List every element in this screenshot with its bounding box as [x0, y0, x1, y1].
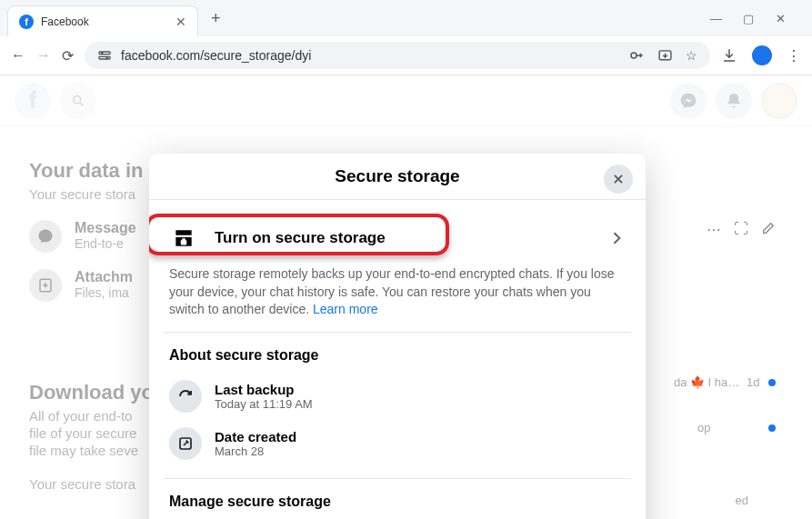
bg-sub-2c: file may take seve [29, 443, 165, 458]
back-button[interactable]: ← [11, 47, 25, 64]
attachment-icon [29, 269, 62, 302]
window-controls: — ▢ ✕ [710, 12, 805, 25]
close-window-icon[interactable]: ✕ [776, 12, 788, 25]
secure-storage-icon [169, 224, 198, 253]
bg-sub-3: Your secure stora [29, 476, 165, 492]
manage-heading: Manage secure storage [164, 490, 631, 519]
maximize-icon[interactable]: ▢ [743, 12, 756, 25]
bg-right-snippet-2: op [697, 421, 776, 434]
modal-title: Secure storage [335, 166, 459, 186]
edit-icon [169, 427, 202, 460]
reload-button[interactable]: ⟳ [62, 47, 74, 65]
bg-row2-sub: Files, ima [75, 285, 133, 300]
extension-icons: ⋮ [721, 45, 801, 65]
bg-row1-title: Message [75, 220, 136, 236]
date-created-row: Date created March 28 [164, 420, 631, 467]
expand-icon[interactable]: ⛶ [734, 221, 748, 238]
browser-chrome: f Facebook ✕ + — ▢ ✕ ← → ⟳ facebook.com/… [0, 0, 812, 75]
more-icon[interactable]: ⋯ [707, 221, 721, 238]
chevron-right-icon [607, 229, 626, 247]
modal-header: Secure storage [149, 154, 646, 200]
svg-rect-1 [99, 56, 110, 59]
bg-sub-2a: All of your end-to [29, 408, 165, 424]
tab-close-icon[interactable]: ✕ [175, 15, 186, 29]
turn-on-secure-storage-row[interactable]: Turn on secure storage [164, 211, 631, 265]
new-tab-button[interactable]: + [211, 9, 221, 28]
refresh-icon [169, 380, 202, 413]
url-bar[interactable]: facebook.com/secure_storage/dyi ☆ [85, 42, 710, 69]
panel-controls: ⋯ ⛶ [707, 221, 776, 238]
svg-point-3 [106, 57, 107, 58]
learn-more-link[interactable]: Learn more [313, 302, 378, 316]
compose-icon[interactable] [761, 221, 776, 238]
browser-tab[interactable]: f Facebook ✕ [7, 5, 198, 36]
url-text: facebook.com/secure_storage/dyi [121, 48, 311, 63]
facebook-page: f Your data in s Your secure stora Me [0, 75, 812, 519]
nav-bar: ← → ⟳ facebook.com/secure_storage/dyi ☆ [0, 36, 812, 75]
last-backup-value: Today at 11:19 AM [215, 397, 626, 411]
unread-dot-icon [768, 379, 776, 386]
site-settings-icon[interactable] [97, 48, 112, 63]
tab-title: Facebook [41, 15, 168, 28]
bg-sub-2b: file of your secure [29, 425, 165, 441]
forward-button: → [36, 47, 51, 64]
profile-button[interactable] [752, 45, 772, 65]
bg-row2-title: Attachm [75, 269, 133, 285]
messenger-icon [29, 220, 62, 253]
bookmark-star-icon[interactable]: ☆ [686, 48, 697, 63]
divider [164, 478, 631, 479]
turn-on-label: Turn on secure storage [215, 229, 591, 247]
secure-storage-modal: Secure storage Turn on secure storage Se… [149, 154, 646, 519]
last-backup-title: Last backup [215, 382, 626, 397]
last-backup-row: Last backup Today at 11:19 AM [164, 373, 631, 420]
downloads-icon[interactable] [721, 47, 737, 64]
bg-title-2: Download you [29, 381, 165, 404]
minimize-icon[interactable]: — [710, 12, 723, 25]
install-app-icon[interactable] [657, 48, 673, 64]
bg-right-snippet-4: ed [736, 494, 748, 507]
modal-close-button[interactable] [604, 165, 633, 194]
tab-bar: f Facebook ✕ + — ▢ ✕ [0, 0, 812, 36]
svg-rect-0 [99, 52, 110, 55]
date-created-title: Date created [215, 429, 626, 444]
facebook-favicon: f [19, 15, 34, 29]
bg-title-1: Your data in s [29, 159, 160, 183]
divider [164, 332, 631, 333]
bg-row1-sub: End-to-e [75, 236, 136, 251]
about-heading: About secure storage [164, 344, 631, 373]
kebab-menu-icon[interactable]: ⋮ [787, 47, 801, 65]
svg-point-2 [102, 53, 103, 54]
secure-storage-desc: Secure storage remotely backs up your en… [164, 265, 631, 332]
bg-right-snippet-1: da 🍁 I ha… 1d [674, 375, 776, 389]
unread-dot-icon [768, 424, 776, 432]
password-key-icon[interactable] [628, 47, 645, 64]
svg-point-4 [631, 53, 637, 58]
date-created-value: March 28 [215, 444, 626, 458]
bg-sub-1: Your secure stora [29, 186, 160, 202]
modal-body: Turn on secure storage Secure storage re… [149, 200, 646, 519]
